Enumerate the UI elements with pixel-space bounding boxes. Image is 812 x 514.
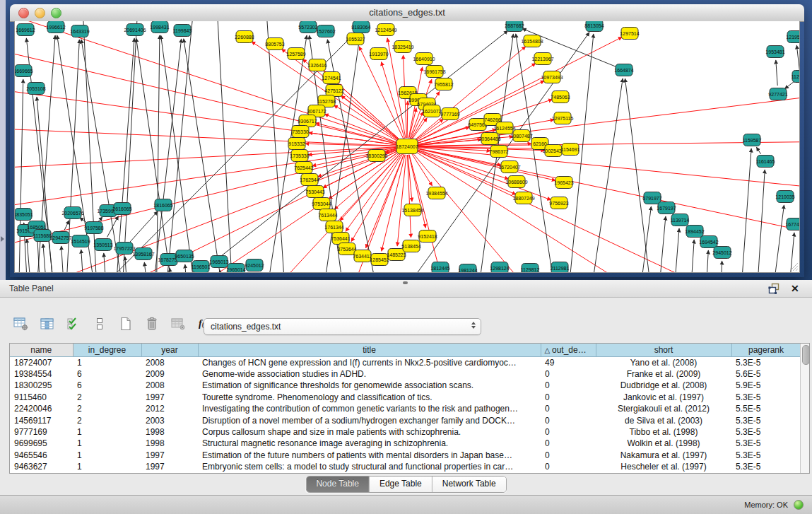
table-selector-dropdown[interactable]: citations_edges.txt <box>204 318 481 335</box>
graph-node-19384554[interactable]: 19384554 <box>425 187 447 199</box>
graph-node-915332[interactable]: 915332 <box>288 138 305 150</box>
graph-node-20364486[interactable]: 20364486 <box>478 133 500 145</box>
table-row[interactable]: 1872400712008Changes of HCN gene express… <box>10 356 801 368</box>
graph-node-1643319[interactable]: 1643319 <box>70 25 89 37</box>
graph-node-9152418[interactable]: 9152418 <box>418 230 437 243</box>
graph-node-13958167[interactable]: 13958167 <box>132 248 154 260</box>
graph-node-4275122[interactable]: 4275122 <box>324 85 343 97</box>
graph-node-9777169[interactable]: 9777169 <box>440 108 459 120</box>
graph-node-1953481[interactable]: 1953481 <box>765 46 784 58</box>
column-header-name[interactable]: name <box>10 344 73 356</box>
graph-node-1694542[interactable]: 1694542 <box>699 236 718 248</box>
table-row[interactable]: 946554611997Estimation of the future num… <box>10 450 801 461</box>
graph-node-15138454[interactable]: 15138454 <box>401 204 423 216</box>
graph-node-1115686[interactable]: 1115686 <box>33 230 52 242</box>
graph-node-1121953[interactable]: 1121953 <box>792 71 799 83</box>
new-table-button[interactable] <box>117 315 134 332</box>
graph-node-18807249[interactable]: 18807249 <box>512 192 534 204</box>
table-row[interactable]: 911546021997Tourette syndrome. Phenomeno… <box>10 392 801 403</box>
table-row[interactable]: 969969511998Structural magnetic resonanc… <box>10 438 801 449</box>
graph-node-1210035[interactable]: 1210035 <box>775 191 794 203</box>
graph-node-9756923[interactable]: 9756923 <box>549 197 568 209</box>
graph-node-12975115[interactable]: 12975115 <box>552 112 574 124</box>
graph-node-2965014[interactable]: 2965014 <box>226 264 245 273</box>
graph-node-1514519[interactable]: 1514519 <box>71 235 90 247</box>
network-window-titlebar[interactable]: citations_edges.txt <box>10 4 804 22</box>
graph-node-8805753[interactable]: 8805753 <box>265 38 284 50</box>
graph-node-16720407[interactable]: 16720407 <box>498 161 520 173</box>
graph-node-1965423[interactable]: 1965423 <box>554 177 573 189</box>
graph-node-9306717[interactable]: 9306717 <box>298 115 317 127</box>
graph-node-16124554[interactable]: 16124554 <box>493 122 515 134</box>
column-header-in_degree[interactable]: in_degree <box>73 344 141 356</box>
column-header-pagerank[interactable]: pagerank <box>731 344 801 356</box>
float-panel-icon[interactable] <box>768 283 779 294</box>
graph-node-1996612[interactable]: 1996612 <box>46 21 65 33</box>
graph-node-8183064[interactable]: 8183064 <box>351 21 370 33</box>
graph-node-1129812[interactable]: 1129812 <box>521 264 540 273</box>
graph-node-735330[interactable]: 735330 <box>292 126 309 138</box>
graph-node-10807487[interactable]: 10807487 <box>510 130 532 142</box>
graph-node-7613444[interactable]: 7613444 <box>318 209 337 221</box>
graph-node-1664874[interactable]: 1664874 <box>614 64 633 76</box>
graph-node-1219537[interactable]: 1219537 <box>786 31 799 43</box>
graph-node-1154691[interactable]: 1154691 <box>561 144 580 156</box>
graph-node-5572302[interactable]: 5572302 <box>298 21 317 33</box>
show-columns-button[interactable] <box>39 315 56 332</box>
graph-node-16640910[interactable]: 16640910 <box>413 53 435 65</box>
graph-node-8813054[interactable]: 8813054 <box>584 21 604 32</box>
split-grabber-handle[interactable] <box>403 281 408 284</box>
graph-node-1297514[interactable]: 1297514 <box>620 28 639 40</box>
import-table-button-disabled[interactable] <box>170 315 187 332</box>
graph-node-1196501[interactable]: 1196501 <box>192 261 211 273</box>
graph-node-16154808[interactable]: 16154808 <box>521 35 543 47</box>
graph-node-9245012[interactable]: 9245012 <box>245 259 264 271</box>
graph-node-1161465[interactable]: 1161465 <box>756 156 775 168</box>
network-canvas[interactable]: 1872400718325419166409101696175879558121… <box>14 21 800 273</box>
graph-node-7536441[interactable]: 7536441 <box>331 233 350 245</box>
graph-node-1159587[interactable]: 1159587 <box>743 134 762 146</box>
table-row[interactable]: 977716911998Corpus callosum shape and si… <box>10 426 801 438</box>
graph-node-18724007[interactable]: 18724007 <box>396 139 418 154</box>
graph-node-1816065[interactable]: 1816065 <box>153 199 172 211</box>
table-scrollbar-thumb[interactable] <box>802 345 810 365</box>
graph-node-18300295[interactable]: 18300295 <box>365 150 387 162</box>
graph-node-1669612[interactable]: 1669612 <box>16 24 35 36</box>
graph-node-1621072[interactable]: 1621072 <box>422 105 441 117</box>
graph-node-9753044[interactable]: 9753044 <box>312 198 331 210</box>
delete-table-button[interactable] <box>143 315 160 332</box>
graph-node-2945012[interactable]: 2945012 <box>712 247 731 259</box>
row-height-button[interactable] <box>91 315 108 332</box>
graph-node-2887682[interactable]: 2887682 <box>505 21 524 32</box>
graph-node-1199843[interactable]: 1199843 <box>173 25 192 37</box>
graph-node-7530443[interactable]: 7530443 <box>305 186 324 198</box>
graph-node-1913970[interactable]: 1913970 <box>369 48 388 60</box>
graph-node-1527602[interactable]: 1527602 <box>316 25 335 37</box>
table-row[interactable]: 1456911722003Disruption of a novel membe… <box>10 415 801 426</box>
table-scrollbar[interactable] <box>800 344 809 473</box>
resize-grip[interactable] <box>788 261 799 271</box>
close-panel-icon[interactable]: ✕ <box>791 283 802 294</box>
graph-node-9197588[interactable]: 9197588 <box>84 222 103 234</box>
split-pane-arrow-icon[interactable] <box>1 236 4 242</box>
tab-node-table[interactable]: Node Table <box>306 477 370 492</box>
tab-network-table[interactable]: Network Table <box>433 477 506 492</box>
select-columns-button[interactable] <box>65 315 82 332</box>
graph-node-5138454[interactable]: 5138454 <box>401 240 420 252</box>
graph-node-16961758[interactable]: 16961758 <box>423 66 445 78</box>
graph-node-9650135[interactable]: 9650135 <box>175 250 194 262</box>
graph-node-18325419[interactable]: 18325419 <box>392 41 413 53</box>
graph-node-7625442[interactable]: 7625442 <box>294 162 313 174</box>
graph-node-1139714[interactable]: 1139714 <box>671 214 690 226</box>
graph-node-2260888[interactable]: 2260888 <box>235 31 254 43</box>
column-header-out_de[interactable]: △ out_de… <box>541 344 596 356</box>
column-header-short[interactable]: short <box>596 344 731 356</box>
graph-node-1965013[interactable]: 1965013 <box>209 256 228 268</box>
table-settings-button[interactable] <box>13 315 30 332</box>
graph-node-2112981[interactable]: 2112981 <box>551 262 570 273</box>
graph-node-1055327[interactable]: 1055327 <box>346 33 365 45</box>
graph-node-12213967[interactable]: 12213967 <box>531 53 553 65</box>
graph-node-1350513[interactable]: 1350513 <box>93 239 112 251</box>
graph-node-1298124[interactable]: 1298124 <box>490 262 509 273</box>
graph-node-9277421[interactable]: 9277421 <box>768 88 787 100</box>
